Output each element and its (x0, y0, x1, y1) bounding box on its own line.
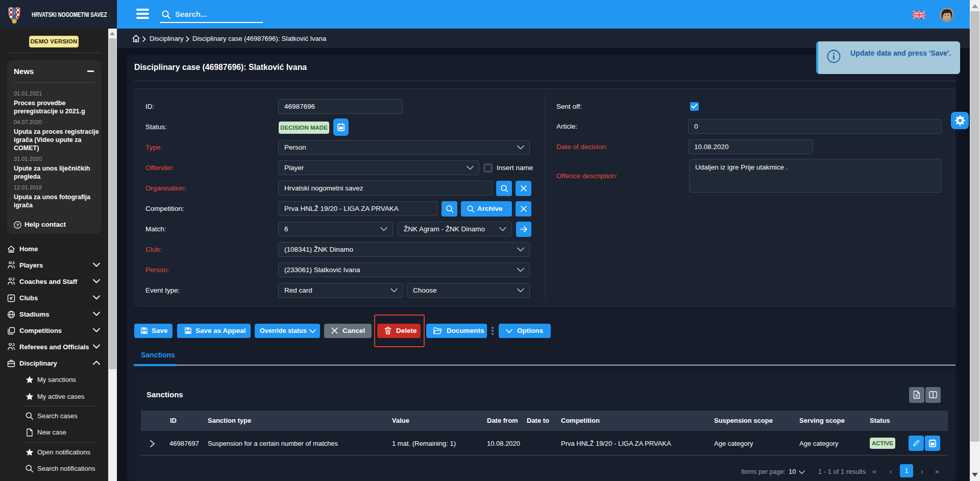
svg-text:?: ? (16, 223, 19, 228)
